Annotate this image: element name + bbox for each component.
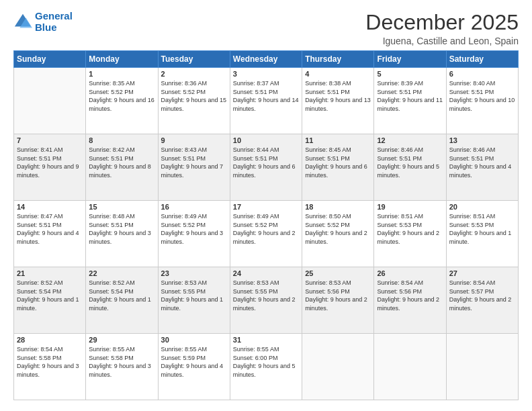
- day-info: Sunrise: 8:46 AMSunset: 5:51 PMDaylight:…: [377, 146, 443, 179]
- day-number: 30: [161, 336, 227, 344]
- page: General Blue December 2025 Iguena, Casti…: [0, 0, 532, 411]
- day-number: 20: [449, 203, 515, 211]
- calendar-cell: 27Sunrise: 8:54 AMSunset: 5:57 PMDayligh…: [446, 267, 518, 334]
- calendar-cell: 23Sunrise: 8:53 AMSunset: 5:55 PMDayligh…: [158, 267, 230, 334]
- day-number: 3: [233, 70, 299, 78]
- calendar-week-row: 1Sunrise: 8:35 AMSunset: 5:52 PMDaylight…: [14, 68, 519, 134]
- day-number: 27: [449, 269, 515, 277]
- weekday-header-monday: Monday: [86, 51, 158, 68]
- day-number: 25: [305, 269, 371, 277]
- calendar-week-row: 21Sunrise: 8:52 AMSunset: 5:54 PMDayligh…: [14, 267, 519, 334]
- day-number: 19: [377, 203, 443, 211]
- calendar-cell: 4Sunrise: 8:38 AMSunset: 5:51 PMDaylight…: [302, 68, 374, 134]
- calendar-cell: 3Sunrise: 8:37 AMSunset: 5:51 PMDaylight…: [230, 68, 302, 134]
- weekday-header-wednesday: Wednesday: [230, 51, 302, 68]
- calendar-week-row: 14Sunrise: 8:47 AMSunset: 5:51 PMDayligh…: [14, 201, 519, 267]
- day-number: 8: [89, 136, 154, 144]
- day-number: 22: [89, 269, 154, 277]
- calendar-cell: 17Sunrise: 8:49 AMSunset: 5:52 PMDayligh…: [230, 201, 302, 267]
- day-number: 2: [161, 70, 227, 78]
- calendar-cell: [302, 334, 374, 400]
- weekday-header-saturday: Saturday: [446, 51, 518, 68]
- calendar-cell: 22Sunrise: 8:52 AMSunset: 5:54 PMDayligh…: [86, 267, 158, 334]
- day-number: 26: [377, 269, 443, 277]
- calendar-cell: 13Sunrise: 8:46 AMSunset: 5:51 PMDayligh…: [446, 134, 518, 201]
- calendar-cell: 20Sunrise: 8:51 AMSunset: 5:53 PMDayligh…: [446, 201, 518, 267]
- calendar-cell: 8Sunrise: 8:42 AMSunset: 5:51 PMDaylight…: [86, 134, 158, 201]
- day-number: 13: [449, 136, 515, 144]
- calendar-cell: [14, 68, 86, 134]
- calendar-cell: 15Sunrise: 8:48 AMSunset: 5:51 PMDayligh…: [86, 201, 158, 267]
- calendar-cell: 26Sunrise: 8:54 AMSunset: 5:56 PMDayligh…: [374, 267, 446, 334]
- day-info: Sunrise: 8:51 AMSunset: 5:53 PMDaylight:…: [377, 212, 443, 246]
- day-number: 7: [17, 136, 83, 144]
- day-number: 23: [161, 269, 227, 277]
- calendar-cell: 14Sunrise: 8:47 AMSunset: 5:51 PMDayligh…: [14, 201, 86, 267]
- calendar-cell: 5Sunrise: 8:39 AMSunset: 5:51 PMDaylight…: [374, 68, 446, 134]
- day-number: 24: [233, 269, 299, 277]
- day-info: Sunrise: 8:38 AMSunset: 5:51 PMDaylight:…: [305, 79, 371, 113]
- calendar-cell: 10Sunrise: 8:44 AMSunset: 5:51 PMDayligh…: [230, 134, 302, 201]
- day-info: Sunrise: 8:52 AMSunset: 5:54 PMDaylight:…: [17, 279, 83, 312]
- day-info: Sunrise: 8:50 AMSunset: 5:52 PMDaylight:…: [305, 212, 371, 246]
- day-number: 10: [233, 136, 299, 144]
- day-number: 4: [305, 70, 371, 78]
- day-number: 31: [233, 336, 299, 344]
- day-info: Sunrise: 8:53 AMSunset: 5:55 PMDaylight:…: [161, 279, 227, 312]
- weekday-header-thursday: Thursday: [302, 51, 374, 68]
- day-number: 14: [17, 203, 83, 211]
- day-number: 17: [233, 203, 299, 211]
- day-number: 9: [161, 136, 227, 144]
- day-info: Sunrise: 8:55 AMSunset: 5:59 PMDaylight:…: [161, 345, 227, 379]
- day-info: Sunrise: 8:44 AMSunset: 5:51 PMDaylight:…: [233, 146, 299, 179]
- calendar-cell: 2Sunrise: 8:36 AMSunset: 5:52 PMDaylight…: [158, 68, 230, 134]
- day-number: 6: [449, 70, 515, 78]
- calendar-cell: 1Sunrise: 8:35 AMSunset: 5:52 PMDaylight…: [86, 68, 158, 134]
- location: Iguena, Castille and Leon, Spain: [365, 36, 519, 46]
- day-info: Sunrise: 8:54 AMSunset: 5:57 PMDaylight:…: [449, 279, 515, 312]
- calendar-cell: 30Sunrise: 8:55 AMSunset: 5:59 PMDayligh…: [158, 334, 230, 400]
- day-info: Sunrise: 8:52 AMSunset: 5:54 PMDaylight:…: [89, 279, 154, 312]
- month-title: December 2025: [365, 11, 519, 34]
- calendar-cell: [374, 334, 446, 400]
- day-info: Sunrise: 8:43 AMSunset: 5:51 PMDaylight:…: [161, 146, 227, 179]
- calendar-cell: 24Sunrise: 8:53 AMSunset: 5:55 PMDayligh…: [230, 267, 302, 334]
- calendar-week-row: 7Sunrise: 8:41 AMSunset: 5:51 PMDaylight…: [14, 134, 519, 201]
- logo-text: General Blue: [35, 11, 73, 33]
- weekday-header-friday: Friday: [374, 51, 446, 68]
- day-info: Sunrise: 8:42 AMSunset: 5:51 PMDaylight:…: [89, 146, 154, 179]
- day-number: 1: [89, 70, 154, 78]
- calendar-cell: 31Sunrise: 8:55 AMSunset: 6:00 PMDayligh…: [230, 334, 302, 400]
- calendar-cell: 9Sunrise: 8:43 AMSunset: 5:51 PMDaylight…: [158, 134, 230, 201]
- weekday-header-sunday: Sunday: [14, 51, 86, 68]
- calendar: SundayMondayTuesdayWednesdayThursdayFrid…: [13, 50, 519, 400]
- day-info: Sunrise: 8:55 AMSunset: 6:00 PMDaylight:…: [233, 345, 299, 379]
- day-info: Sunrise: 8:49 AMSunset: 5:52 PMDaylight:…: [161, 212, 227, 246]
- calendar-cell: 11Sunrise: 8:45 AMSunset: 5:51 PMDayligh…: [302, 134, 374, 201]
- day-number: 15: [89, 203, 154, 211]
- day-info: Sunrise: 8:53 AMSunset: 5:55 PMDaylight:…: [233, 279, 299, 312]
- header: General Blue December 2025 Iguena, Casti…: [13, 11, 519, 46]
- day-info: Sunrise: 8:47 AMSunset: 5:51 PMDaylight:…: [17, 212, 83, 246]
- day-info: Sunrise: 8:41 AMSunset: 5:51 PMDaylight:…: [17, 146, 83, 179]
- logo-icon: [13, 13, 32, 32]
- calendar-cell: 7Sunrise: 8:41 AMSunset: 5:51 PMDaylight…: [14, 134, 86, 201]
- calendar-cell: 19Sunrise: 8:51 AMSunset: 5:53 PMDayligh…: [374, 201, 446, 267]
- day-number: 5: [377, 70, 443, 78]
- calendar-cell: 12Sunrise: 8:46 AMSunset: 5:51 PMDayligh…: [374, 134, 446, 201]
- calendar-cell: 25Sunrise: 8:53 AMSunset: 5:56 PMDayligh…: [302, 267, 374, 334]
- calendar-cell: 29Sunrise: 8:55 AMSunset: 5:58 PMDayligh…: [86, 334, 158, 400]
- logo-line2: Blue: [35, 21, 57, 33]
- calendar-cell: 28Sunrise: 8:54 AMSunset: 5:58 PMDayligh…: [14, 334, 86, 400]
- calendar-cell: 6Sunrise: 8:40 AMSunset: 5:51 PMDaylight…: [446, 68, 518, 134]
- day-info: Sunrise: 8:54 AMSunset: 5:58 PMDaylight:…: [17, 345, 83, 379]
- day-info: Sunrise: 8:40 AMSunset: 5:51 PMDaylight:…: [449, 79, 515, 113]
- day-number: 16: [161, 203, 227, 211]
- day-info: Sunrise: 8:51 AMSunset: 5:53 PMDaylight:…: [449, 212, 515, 246]
- calendar-week-row: 28Sunrise: 8:54 AMSunset: 5:58 PMDayligh…: [14, 334, 519, 400]
- day-info: Sunrise: 8:54 AMSunset: 5:56 PMDaylight:…: [377, 279, 443, 312]
- title-block: December 2025 Iguena, Castille and Leon,…: [365, 11, 519, 46]
- day-info: Sunrise: 8:53 AMSunset: 5:56 PMDaylight:…: [305, 279, 371, 312]
- day-number: 11: [305, 136, 371, 144]
- logo-line1: General: [35, 10, 73, 21]
